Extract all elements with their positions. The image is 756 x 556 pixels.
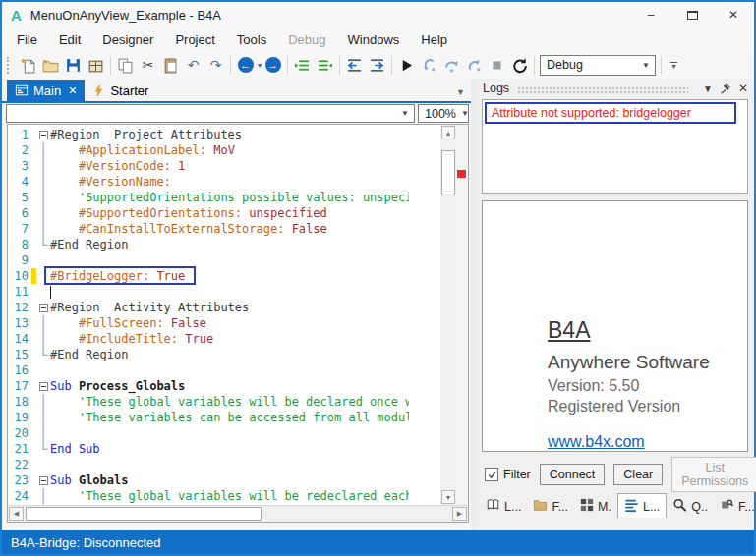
menu-item-windows[interactable]: Windows [337, 29, 411, 50]
code-line[interactable]: 15└#End Region [8, 347, 440, 362]
indent-icon[interactable] [366, 54, 388, 77]
horizontal-scrollbar[interactable]: ◀ ▶ [8, 505, 468, 522]
cut-icon[interactable]: ✂ [137, 54, 159, 77]
undo-icon[interactable]: ↶ [182, 54, 204, 77]
tab-starter[interactable]: Starter [85, 80, 156, 101]
outdent-icon[interactable] [343, 54, 366, 77]
logs-output-box[interactable]: Attribute not supported: bridgelogger [482, 99, 748, 194]
step-over-icon[interactable] [440, 54, 463, 77]
code-line[interactable]: 6│ #SupportedOrientations: unspecified [8, 205, 440, 221]
code-line[interactable]: 7│ #CanInstallToExternalStorage: False [8, 221, 440, 237]
error-marker[interactable] [457, 170, 466, 178]
menu-item-designer[interactable]: Designer [91, 29, 164, 50]
comment-icon[interactable] [291, 54, 314, 77]
code-line[interactable]: 11 [8, 284, 440, 300]
code-line[interactable]: 3│ #VersionCode: 1 [8, 158, 440, 174]
code-line[interactable]: 24│ 'These global variables will be rede… [8, 488, 440, 504]
code-line[interactable]: 19│ 'These variables can be accessed fro… [8, 410, 440, 425]
tab-close-icon[interactable]: ✕ [68, 84, 77, 97]
bottom-tab-logs-list[interactable]: L... [617, 493, 667, 518]
copy-icon[interactable] [114, 54, 137, 77]
step-out-icon[interactable] [463, 54, 486, 77]
stop-icon[interactable] [486, 54, 508, 77]
vertical-scroll-thumb[interactable] [441, 150, 455, 195]
save-icon[interactable] [62, 54, 85, 77]
code-line[interactable]: 20│ [8, 425, 440, 441]
app-logo-icon: A [11, 7, 22, 24]
redo-icon[interactable]: ↷ [204, 54, 227, 77]
run-icon[interactable] [395, 54, 418, 77]
line-number: 22 [8, 457, 31, 473]
paste-icon[interactable] [159, 54, 182, 77]
nav-back-icon[interactable]: ← [234, 54, 257, 77]
clear-button[interactable]: Clear [613, 464, 663, 485]
fold-collapse-icon[interactable] [36, 300, 50, 315]
bottom-tab-files-folder[interactable]: F... [527, 494, 574, 518]
line-number: 5 [8, 190, 31, 205]
scroll-right-icon[interactable]: ▶ [452, 507, 467, 521]
restart-icon[interactable] [508, 54, 531, 77]
panel-menu-chevron-icon[interactable]: ▼ [703, 83, 713, 94]
menu-item-debug[interactable]: Debug [277, 29, 336, 50]
b4x-link[interactable]: www.b4x.com [548, 433, 645, 451]
maximize-button[interactable] [671, 2, 713, 28]
fold-collapse-icon[interactable] [36, 473, 50, 488]
close-panel-icon[interactable]: ✕ [738, 82, 748, 95]
tab-main[interactable]: Main ✕ [7, 80, 85, 101]
bottom-tab-modules[interactable]: M. [574, 494, 617, 518]
open-project-icon[interactable] [39, 54, 62, 77]
menu-item-edit[interactable]: Edit [48, 29, 91, 50]
pin-icon[interactable] [720, 83, 731, 94]
connect-button[interactable]: Connect [540, 464, 606, 485]
menu-item-help[interactable]: Help [410, 29, 458, 50]
package-icon[interactable] [85, 54, 107, 77]
menu-item-file[interactable]: File [6, 29, 48, 50]
code-line[interactable]: 22 [8, 457, 440, 473]
code-line[interactable]: 5│ 'SupportedOrientations possible value… [8, 190, 440, 205]
new-file-icon[interactable] [17, 54, 39, 77]
code-line[interactable]: 23Sub Globals [8, 473, 440, 488]
code-line[interactable]: 4│ #VersionName: [8, 174, 440, 190]
filter-checkbox-wrap[interactable]: Filter [485, 468, 531, 481]
vertical-scrollbar[interactable]: ▲ ▼ [440, 125, 456, 505]
horizontal-scroll-thumb[interactable] [26, 507, 262, 521]
scroll-up-icon[interactable]: ▲ [441, 126, 455, 139]
code-line[interactable]: 18│ 'These global variables will be decl… [8, 394, 440, 410]
menu-item-tools[interactable]: Tools [226, 29, 277, 50]
minimize-button[interactable]: – [630, 2, 671, 28]
code-line[interactable]: 16 [8, 362, 440, 378]
fold-collapse-icon[interactable] [36, 378, 50, 394]
zoom-select[interactable]: 100% ▼ [418, 104, 469, 123]
code-line[interactable]: 21└End Sub [8, 441, 440, 457]
code-editor[interactable]: 1#Region Project Attributes2│ #Applicati… [7, 124, 469, 523]
bottom-tab-quick-search[interactable]: Q.. [667, 494, 714, 518]
uncomment-icon[interactable] [314, 54, 336, 77]
code-line[interactable]: 12#Region Activity Attributes [8, 300, 440, 315]
logs-panel-header[interactable]: Logs ▼ ✕ [477, 79, 754, 98]
tab-list-chevron-icon[interactable]: ▼ [456, 87, 465, 97]
scroll-down-icon[interactable]: ▼ [441, 490, 455, 504]
bottom-tab-label: F... [552, 500, 568, 514]
bottom-tab-libraries-book[interactable]: L... [480, 494, 527, 518]
code-line[interactable]: 13│ #FullScreen: False [8, 315, 440, 331]
build-config-select[interactable]: Debug ▼ [540, 55, 656, 76]
toolbar-overflow-icon[interactable]: ▾ [670, 62, 677, 69]
toolbar-grip[interactable] [7, 57, 14, 74]
code-line[interactable]: 1#Region Project Attributes [8, 127, 440, 142]
line-number: 4 [8, 174, 31, 190]
code-line[interactable]: 8└#End Region [8, 237, 440, 252]
list-permissions-button[interactable]: List Permissions [671, 457, 756, 492]
filter-checkbox[interactable] [485, 468, 498, 481]
member-navigation-select[interactable]: ▼ [6, 104, 415, 123]
scroll-left-icon[interactable]: ◀ [9, 507, 24, 521]
bottom-tab-find[interactable]: F... [714, 494, 756, 518]
code-text: #SupportedOrientations: unspecified [50, 205, 409, 221]
nav-forward-icon[interactable]: → [262, 54, 284, 77]
code-line[interactable]: 17Sub Process_Globals [8, 378, 440, 394]
step-into-icon[interactable] [418, 54, 440, 77]
menu-item-project[interactable]: Project [164, 29, 225, 50]
fold-collapse-icon[interactable] [36, 127, 50, 142]
code-line[interactable]: 14│ #IncludeTitle: True [8, 331, 440, 347]
close-button[interactable]: ✕ [713, 2, 754, 28]
code-line[interactable]: 2│ #ApplicationLabel: MoV [8, 142, 440, 158]
